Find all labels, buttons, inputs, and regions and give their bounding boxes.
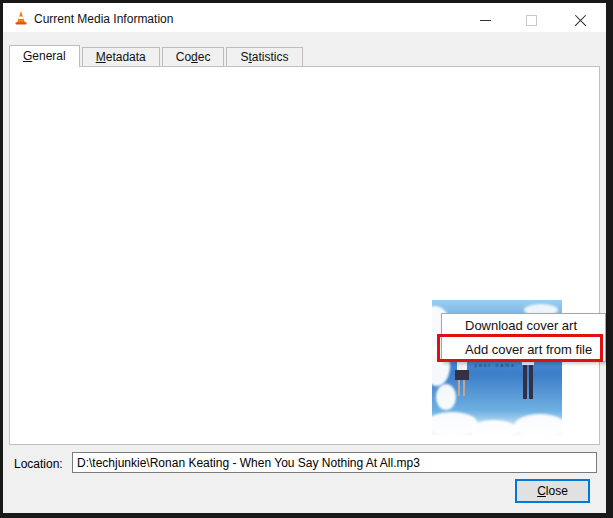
tab-codec[interactable]: Codec bbox=[162, 47, 225, 66]
minimize-icon bbox=[480, 20, 491, 21]
close-button[interactable]: Close bbox=[515, 479, 590, 503]
window-title: Current Media Information bbox=[34, 12, 173, 26]
screenshot-root: Current Media Information General Metada… bbox=[0, 0, 613, 518]
vlc-cone-icon bbox=[13, 10, 29, 26]
annotation-highlight-box bbox=[437, 334, 603, 362]
location-input[interactable] bbox=[72, 452, 597, 473]
minimize-button[interactable] bbox=[462, 6, 508, 35]
location-label: Location: bbox=[14, 457, 63, 471]
close-window-button[interactable] bbox=[554, 6, 606, 35]
maximize-icon bbox=[526, 15, 537, 26]
tab-bar: General Metadata Codec Statistics bbox=[9, 44, 305, 66]
tab-general[interactable]: General bbox=[9, 45, 80, 67]
title-bar: Current Media Information bbox=[3, 3, 606, 32]
cloud-shape bbox=[470, 420, 518, 435]
cloud-shape bbox=[514, 414, 562, 435]
tab-metadata[interactable]: Metadata bbox=[82, 47, 160, 66]
close-icon bbox=[574, 14, 587, 27]
maximize-button[interactable] bbox=[508, 6, 554, 35]
tab-statistics[interactable]: Statistics bbox=[226, 47, 302, 66]
